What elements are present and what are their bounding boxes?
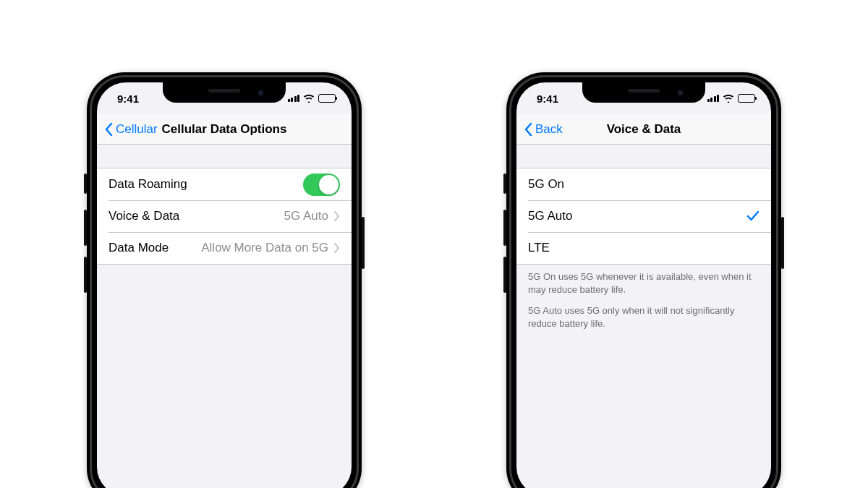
speaker-grille bbox=[208, 89, 240, 93]
battery-icon bbox=[738, 94, 755, 103]
mute-switch[interactable] bbox=[84, 174, 87, 194]
front-camera bbox=[677, 90, 684, 96]
settings-group: Data Roaming Voice & Data 5G Auto Data M… bbox=[97, 168, 352, 265]
row-value: 5G Auto bbox=[284, 209, 328, 223]
option-lte[interactable]: LTE bbox=[516, 232, 771, 264]
cellular-signal-icon bbox=[707, 95, 720, 102]
chevron-right-icon bbox=[334, 243, 340, 253]
screen-right: 9:41 Back Voice & Data bbox=[516, 82, 771, 488]
back-label: Back bbox=[535, 122, 563, 137]
screen-left: 9:41 Cellular Cellular Data Options bbox=[97, 82, 352, 488]
front-camera bbox=[258, 90, 264, 96]
option-group: 5G On 5G Auto LTE bbox=[516, 168, 771, 265]
data-roaming-toggle[interactable] bbox=[303, 174, 340, 196]
option-label: 5G Auto bbox=[528, 209, 572, 223]
row-label: Data Roaming bbox=[109, 177, 187, 192]
chevron-left-icon bbox=[104, 122, 113, 137]
wifi-icon bbox=[723, 94, 734, 103]
back-button[interactable]: Cellular bbox=[104, 122, 158, 137]
chevron-left-icon bbox=[524, 122, 532, 137]
phone-left: 9:41 Cellular Cellular Data Options bbox=[87, 72, 362, 488]
row-value: Allow More Data on 5G bbox=[201, 241, 328, 255]
status-time: 9:41 bbox=[117, 93, 139, 105]
status-time: 9:41 bbox=[537, 93, 558, 105]
row-label: Data Mode bbox=[109, 241, 169, 255]
nav-bar: Back Voice & Data bbox=[516, 114, 771, 145]
volume-down-button[interactable] bbox=[503, 257, 506, 293]
option-5g-auto[interactable]: 5G Auto bbox=[516, 200, 771, 232]
mute-switch[interactable] bbox=[503, 174, 506, 194]
volume-up-button[interactable] bbox=[84, 210, 87, 246]
row-label: Voice & Data bbox=[109, 209, 179, 223]
chevron-right-icon bbox=[334, 211, 340, 221]
speaker-grille bbox=[628, 89, 660, 93]
notch bbox=[582, 82, 705, 103]
volume-up-button[interactable] bbox=[503, 210, 506, 246]
data-mode-row[interactable]: Data Mode Allow More Data on 5G bbox=[97, 232, 352, 264]
volume-down-button[interactable] bbox=[84, 257, 87, 293]
footer-paragraph: 5G On uses 5G whenever it is available, … bbox=[528, 270, 760, 296]
option-label: LTE bbox=[528, 241, 550, 255]
nav-bar: Cellular Cellular Data Options bbox=[97, 114, 352, 145]
voice-and-data-row[interactable]: Voice & Data 5G Auto bbox=[97, 200, 352, 232]
back-button[interactable]: Back bbox=[524, 122, 563, 137]
checkmark-icon bbox=[746, 210, 760, 222]
wifi-icon bbox=[303, 94, 315, 103]
data-roaming-row[interactable]: Data Roaming bbox=[97, 168, 352, 200]
power-button[interactable] bbox=[362, 217, 365, 269]
back-label: Cellular bbox=[116, 122, 158, 137]
phone-right: 9:41 Back Voice & Data bbox=[506, 72, 781, 488]
battery-icon bbox=[318, 94, 336, 103]
footer-paragraph: 5G Auto uses 5G only when it will not si… bbox=[528, 304, 760, 330]
power-button[interactable] bbox=[781, 217, 784, 269]
cellular-signal-icon bbox=[288, 95, 300, 102]
group-footer: 5G On uses 5G whenever it is available, … bbox=[516, 265, 771, 335]
option-label: 5G On bbox=[528, 177, 564, 192]
notch bbox=[163, 82, 286, 103]
option-5g-on[interactable]: 5G On bbox=[516, 168, 771, 200]
